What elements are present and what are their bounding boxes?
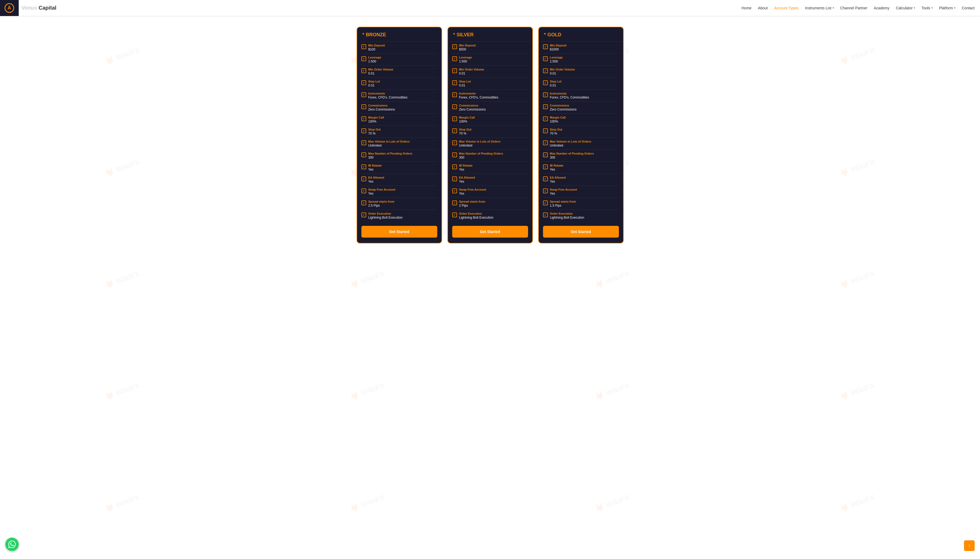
check-icon-gold-2 <box>543 68 548 73</box>
get-started-button-bronze[interactable]: Get Started <box>361 226 437 238</box>
feature-row-bronze-10: IB RebateYes <box>361 162 437 174</box>
logo-text: Venus Capital <box>22 5 56 11</box>
feature-content-gold-13: Spread starts from1.5 Pips <box>550 200 576 207</box>
get-started-button-gold[interactable]: Get Started <box>543 226 619 238</box>
nav-contact[interactable]: Contact <box>962 6 975 10</box>
nav-calculator[interactable]: Calculator ▾ <box>896 6 915 10</box>
card-star-gold: * <box>544 32 546 38</box>
feature-value-silver-13: 2 Pips <box>459 204 485 207</box>
feature-label-bronze-8: Max Volume in Lots of Orders <box>368 140 410 143</box>
feature-label-gold-9: Max Number of Pending Orders <box>550 152 594 155</box>
feature-row-silver-10: IB RebateYes <box>452 162 528 174</box>
nav-tools[interactable]: Tools ▾ <box>922 6 933 10</box>
logo-icon: A <box>5 3 14 13</box>
feature-value-gold-5: Zero Commissions <box>550 108 577 111</box>
feature-value-gold-14: Lightning Bolt Execution <box>550 216 584 220</box>
scroll-top-button[interactable]: ↑ <box>964 540 975 551</box>
nav-account-types[interactable]: Account Types <box>774 6 799 10</box>
get-started-button-silver[interactable]: Get Started <box>452 226 528 238</box>
nav-instruments[interactable]: Instruments List ▾ <box>805 6 834 10</box>
feature-value-bronze-10: Yes <box>368 168 382 171</box>
feature-label-gold-2: Min Order Volume <box>550 68 575 71</box>
feature-value-gold-11: Yes <box>550 180 566 184</box>
feature-label-gold-6: Margin Call <box>550 116 566 119</box>
logo-box: A <box>0 0 19 16</box>
feature-row-gold-14: Order ExecutionLightning Bolt Execution <box>543 210 619 222</box>
feature-content-bronze-5: CommissionsZero Commissions <box>368 104 395 111</box>
feature-row-gold-0: Min Deposit$1000 <box>543 41 619 54</box>
feature-row-gold-6: Margin Call100% <box>543 114 619 126</box>
feature-row-silver-1: Leverage1:500 <box>452 54 528 66</box>
card-title-text-silver: SILVER <box>457 32 474 38</box>
card-title-silver: * SILVER <box>453 32 527 38</box>
check-icon-bronze-9 <box>361 152 366 157</box>
feature-label-silver-1: Leverage <box>459 56 472 59</box>
nav-home[interactable]: Home <box>742 6 752 10</box>
feature-value-silver-8: Unlimited <box>459 144 500 147</box>
feature-label-silver-12: Swap Free Account <box>459 188 487 191</box>
feature-content-silver-5: CommissionsZero Commissions <box>459 104 486 111</box>
whatsapp-button[interactable] <box>5 538 19 551</box>
feature-label-silver-5: Commissions <box>459 104 486 107</box>
check-icon-gold-9 <box>543 152 548 157</box>
feature-row-bronze-2: Min Order Volume0.01 <box>361 66 437 78</box>
card-star-silver: * <box>453 32 455 38</box>
account-card-gold: * GOLDMin Deposit$1000Leverage1:500Min O… <box>538 27 624 243</box>
feature-content-gold-8: Max Volume in Lots of OrdersUnlimited <box>550 140 591 147</box>
feature-row-silver-3: Step Lot0.01 <box>452 78 528 90</box>
nav-platform[interactable]: Platform ▾ <box>939 6 955 10</box>
feature-value-gold-10: Yes <box>550 168 564 171</box>
check-icon-silver-5 <box>452 104 457 109</box>
check-icon-silver-2 <box>452 68 457 73</box>
check-icon-bronze-4 <box>361 93 366 97</box>
feature-content-gold-1: Leverage1:500 <box>550 56 563 63</box>
feature-content-silver-4: InstrumentsForex, CFD's, Commodities <box>459 92 498 99</box>
nav-academy[interactable]: Academy <box>874 6 889 10</box>
feature-content-silver-13: Spread starts from2 Pips <box>459 200 485 207</box>
check-icon-bronze-5 <box>361 104 366 109</box>
feature-row-silver-14: Order ExecutionLightning Bolt Execution <box>452 210 528 222</box>
feature-content-silver-8: Max Volume in Lots of OrdersUnlimited <box>459 140 500 147</box>
feature-row-silver-7: Stop Out70 % <box>452 126 528 138</box>
feature-row-bronze-6: Margin Call100% <box>361 114 437 126</box>
feature-label-bronze-7: Stop Out <box>368 128 381 131</box>
logo-letter: A <box>8 5 11 11</box>
feature-label-bronze-10: IB Rebate <box>368 164 382 167</box>
feature-row-gold-2: Min Order Volume0.01 <box>543 66 619 78</box>
watermark-item: 🦊 WikiFX <box>839 381 876 402</box>
feature-content-gold-11: EA AllowedYes <box>550 176 566 184</box>
feature-value-gold-4: Forex, CFD's, Commodities <box>550 96 589 99</box>
feature-value-silver-2: 0.01 <box>459 71 484 75</box>
feature-value-silver-10: Yes <box>459 168 473 171</box>
feature-label-bronze-3: Step Lot <box>368 80 380 83</box>
feature-label-gold-5: Commissions <box>550 104 577 107</box>
feature-content-gold-5: CommissionsZero Commissions <box>550 104 577 111</box>
feature-content-gold-6: Margin Call100% <box>550 116 566 123</box>
check-icon-bronze-7 <box>361 128 366 133</box>
feature-row-bronze-14: Order ExecutionLightning Bolt Execution <box>361 210 437 222</box>
account-card-bronze: * BRONZEMin Deposit$100Leverage1:500Min … <box>357 27 442 243</box>
nav-about[interactable]: About <box>758 6 768 10</box>
feature-content-bronze-4: InstrumentsForex, CFD's, Commodities <box>368 92 407 99</box>
feature-content-silver-0: Min Deposit$500 <box>459 44 476 51</box>
card-title-text-gold: GOLD <box>548 32 561 38</box>
watermark-item: 🦊 WikiFX <box>349 381 386 402</box>
feature-row-gold-11: EA AllowedYes <box>543 174 619 186</box>
check-icon-silver-10 <box>452 164 457 169</box>
check-icon-silver-9 <box>452 152 457 157</box>
feature-value-gold-1: 1:500 <box>550 60 563 63</box>
feature-content-gold-10: IB RebateYes <box>550 164 564 171</box>
feature-row-gold-13: Spread starts from1.5 Pips <box>543 198 619 210</box>
check-icon-bronze-8 <box>361 141 366 145</box>
feature-content-silver-6: Margin Call100% <box>459 116 475 123</box>
feature-value-silver-5: Zero Commissions <box>459 108 486 111</box>
feature-row-gold-3: Step Lot0.01 <box>543 78 619 90</box>
nav-channel-partner[interactable]: Channel Partner <box>840 6 867 10</box>
feature-label-silver-14: Order Execution <box>459 212 493 215</box>
feature-row-silver-0: Min Deposit$500 <box>452 41 528 54</box>
feature-value-gold-13: 1.5 Pips <box>550 204 576 207</box>
feature-label-gold-0: Min Deposit <box>550 44 566 47</box>
arrow-up-icon: ↑ <box>968 543 971 549</box>
check-icon-bronze-0 <box>361 44 366 49</box>
feature-value-silver-9: 300 <box>459 155 503 159</box>
